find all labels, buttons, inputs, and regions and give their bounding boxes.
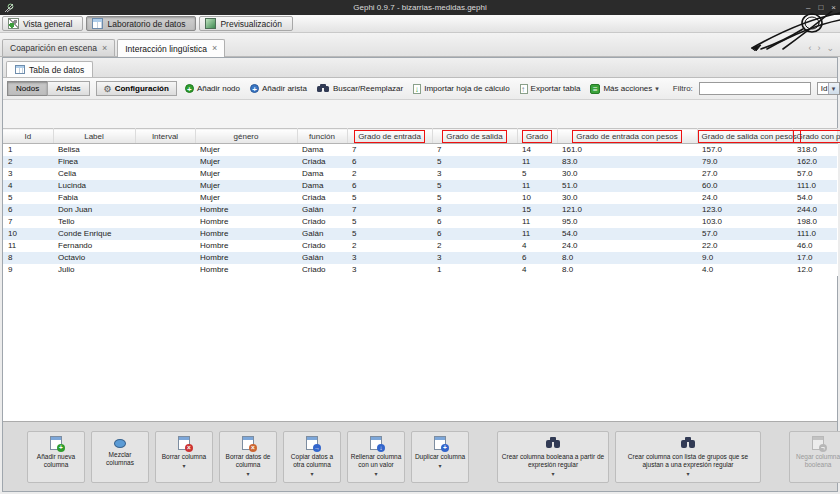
table-row[interactable]: 9JulioHombreCriado3148.04.012.0: [3, 264, 837, 276]
table-cell[interactable]: Octavio: [53, 252, 135, 264]
column-header[interactable]: Id: [3, 129, 53, 144]
table-cell[interactable]: 11: [517, 228, 557, 240]
table-cell[interactable]: Criado: [297, 216, 347, 228]
table-cell[interactable]: [135, 240, 195, 252]
table-cell[interactable]: 3: [432, 168, 517, 180]
table-cell[interactable]: 57.0: [792, 168, 837, 180]
table-cell[interactable]: 5: [432, 156, 517, 168]
table-cell[interactable]: 123.0: [697, 204, 792, 216]
export-table-button[interactable]: Exportar tabla: [518, 83, 583, 95]
add-edge-button[interactable]: + Añadir arista: [248, 83, 309, 94]
column-header[interactable]: Grado de entrada con pesos: [557, 129, 697, 144]
table-cell[interactable]: 2: [347, 168, 432, 180]
table-cell[interactable]: 6: [347, 156, 432, 168]
table-cell[interactable]: Mujer: [195, 168, 297, 180]
table-cell[interactable]: 2: [347, 240, 432, 252]
table-cell[interactable]: 4.0: [697, 264, 792, 276]
more-actions-button[interactable]: ≡ Más acciones ▾: [588, 83, 660, 95]
table-cell[interactable]: Celia: [53, 168, 135, 180]
table-cell[interactable]: Tello: [53, 216, 135, 228]
table-cell[interactable]: [135, 144, 195, 157]
table-cell[interactable]: [135, 228, 195, 240]
table-cell[interactable]: 10: [517, 192, 557, 204]
table-cell[interactable]: 7: [347, 144, 432, 157]
table-cell[interactable]: Galán: [297, 228, 347, 240]
bottom-button-fill-column[interactable]: Rellenar columna con un valor ▾: [347, 431, 405, 483]
table-cell[interactable]: 12.0: [792, 264, 837, 276]
table-cell[interactable]: Julio: [53, 264, 135, 276]
table-cell[interactable]: [135, 168, 195, 180]
bottom-button-clear-column-data[interactable]: Borrar datos de columna ▾: [219, 431, 277, 483]
table-cell[interactable]: Mujer: [195, 192, 297, 204]
table-cell[interactable]: 121.0: [557, 204, 697, 216]
table-cell[interactable]: [135, 192, 195, 204]
table-cell[interactable]: 161.0: [557, 144, 697, 157]
table-cell[interactable]: 5: [347, 192, 432, 204]
table-cell[interactable]: 7: [432, 144, 517, 157]
column-header[interactable]: Grado de entrada: [347, 129, 432, 144]
bottom-button-add-column[interactable]: Añadir nueva columna ▾: [27, 431, 85, 483]
table-cell[interactable]: 157.0: [697, 144, 792, 157]
table-cell[interactable]: 9: [3, 264, 53, 276]
tab-tabla-de-datos[interactable]: Tabla de datos: [6, 61, 93, 77]
table-cell[interactable]: Dama: [297, 168, 347, 180]
table-cell[interactable]: Hombre: [195, 264, 297, 276]
table-cell[interactable]: 8: [3, 252, 53, 264]
edges-view-button[interactable]: Aristas: [47, 81, 89, 96]
table-cell[interactable]: 57.0: [697, 228, 792, 240]
table-cell[interactable]: 11: [3, 240, 53, 252]
table-cell[interactable]: 30.0: [557, 192, 697, 204]
bottom-button-duplicate-column[interactable]: Duplicar columna ▾: [411, 431, 469, 483]
table-cell[interactable]: Mujer: [195, 144, 297, 157]
table-row[interactable]: 7TelloHombreCriado561195.0103.0198.0: [3, 216, 837, 228]
table-cell[interactable]: Lucinda: [53, 180, 135, 192]
table-cell[interactable]: Don Juan: [53, 204, 135, 216]
table-cell[interactable]: 51.0: [557, 180, 697, 192]
tab-close-icon[interactable]: ×: [102, 44, 107, 53]
table-cell[interactable]: 6: [432, 228, 517, 240]
table-cell[interactable]: 4: [517, 264, 557, 276]
table-cell[interactable]: 5: [347, 228, 432, 240]
column-header[interactable]: Grado con pesos: [792, 129, 837, 144]
workspace-tab[interactable]: Coaparición en escena ×: [2, 39, 115, 56]
table-cell[interactable]: 111.0: [792, 180, 837, 192]
table-cell[interactable]: Galán: [297, 204, 347, 216]
table-cell[interactable]: [135, 180, 195, 192]
table-cell[interactable]: 7: [3, 216, 53, 228]
table-cell[interactable]: 111.0: [792, 228, 837, 240]
bottom-button-regex-groups[interactable]: Crear columna con lista de grupos que se…: [615, 431, 761, 483]
table-cell[interactable]: 79.0: [697, 156, 792, 168]
table-row[interactable]: 6Don JuanHombreGalán7815121.0123.0244.0: [3, 204, 837, 216]
table-cell[interactable]: [135, 264, 195, 276]
table-cell[interactable]: 24.0: [697, 192, 792, 204]
view-button-overview[interactable]: Vista general: [2, 16, 83, 31]
table-cell[interactable]: Hombre: [195, 252, 297, 264]
table-cell[interactable]: 3: [347, 252, 432, 264]
table-cell[interactable]: Fabia: [53, 192, 135, 204]
table-cell[interactable]: [135, 156, 195, 168]
table-cell[interactable]: 5: [3, 192, 53, 204]
table-row[interactable]: 3CeliaMujerDama23530.027.057.0: [3, 168, 837, 180]
table-cell[interactable]: 54.0: [792, 192, 837, 204]
table-cell[interactable]: 46.0: [792, 240, 837, 252]
tab-close-icon[interactable]: ×: [212, 44, 217, 53]
table-cell[interactable]: 5: [432, 180, 517, 192]
table-cell[interactable]: Criada: [297, 156, 347, 168]
table-cell[interactable]: 2: [3, 156, 53, 168]
view-button-preview[interactable]: Previsualización: [199, 16, 292, 31]
table-cell[interactable]: 27.0: [697, 168, 792, 180]
table-cell[interactable]: 11: [517, 156, 557, 168]
table-row[interactable]: 8OctavioHombreGalán3368.09.017.0: [3, 252, 837, 264]
search-replace-button[interactable]: Buscar/Reemplazar: [315, 83, 405, 94]
table-cell[interactable]: [135, 216, 195, 228]
table-cell[interactable]: [135, 252, 195, 264]
table-cell[interactable]: 4: [517, 240, 557, 252]
import-spreadsheet-button[interactable]: Importar hoja de cálculo: [411, 83, 511, 95]
tabs-list-icon[interactable]: ⌄: [826, 43, 834, 53]
table-cell[interactable]: 5: [347, 216, 432, 228]
table-row[interactable]: 5FabiaMujerCriada551030.024.054.0: [3, 192, 837, 204]
table-cell[interactable]: Hombre: [195, 204, 297, 216]
maximize-icon[interactable]: □: [818, 0, 823, 15]
table-cell[interactable]: Criada: [297, 192, 347, 204]
table-cell[interactable]: 162.0: [792, 156, 837, 168]
